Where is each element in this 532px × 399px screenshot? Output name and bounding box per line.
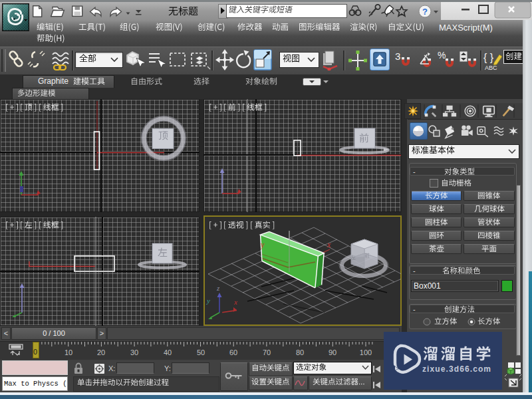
svg-text:40: 40 [164,348,172,356]
svg-text:60: 60 [229,348,237,356]
svg-text:%: % [438,50,446,61]
svg-text:?: ? [422,7,428,17]
svg-text:70: 70 [263,348,271,356]
svg-text:x: x [327,240,331,249]
svg-text:ABC: ABC [485,65,497,71]
svg-text:x: x [233,298,237,306]
svg-text:{ }: { } [483,52,494,63]
svg-text:20: 20 [97,348,105,356]
svg-text:10: 10 [65,348,72,356]
svg-text:80: 80 [296,348,304,356]
svg-text:z: z [216,284,220,292]
svg-text:3: 3 [395,51,400,62]
svg-text:y: y [260,240,265,249]
svg-text:30: 30 [130,348,138,356]
svg-text:100: 100 [360,348,372,356]
svg-text:90: 90 [329,348,336,356]
svg-text:y: y [206,297,210,305]
svg-text:50: 50 [197,348,205,356]
